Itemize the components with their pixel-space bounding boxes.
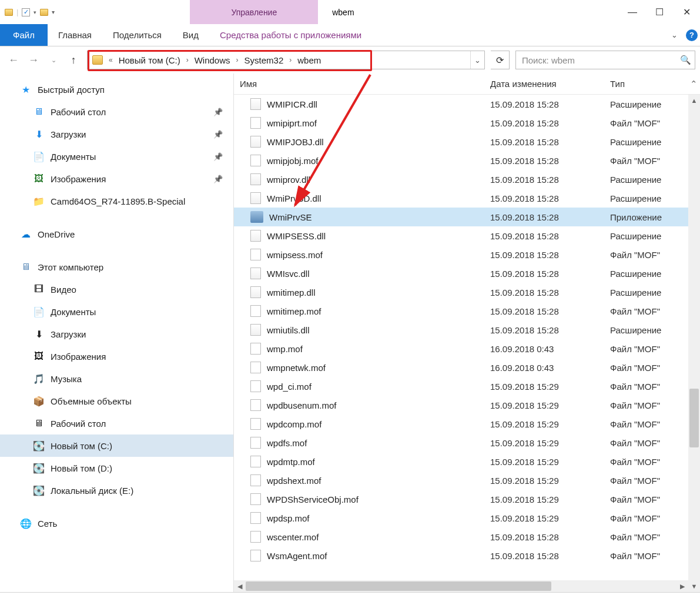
file-row[interactable]: wmiutils.dll 15.09.2018 15:28 Расширение bbox=[234, 320, 700, 339]
column-date[interactable]: Дата изменения bbox=[490, 79, 610, 89]
scroll-up-button[interactable]: ▲ bbox=[688, 95, 700, 106]
sidebar-pc-item[interactable]: 🎵 Музыка bbox=[0, 367, 233, 390]
scroll-track[interactable] bbox=[688, 106, 700, 580]
sidebar-quick-item[interactable]: 📄 Документы bbox=[0, 145, 233, 168]
tab-view[interactable]: Вид bbox=[172, 24, 209, 46]
file-row[interactable]: wmitimep.mof 15.09.2018 15:28 Файл "MOF" bbox=[234, 302, 700, 320]
column-type[interactable]: Тип bbox=[610, 79, 687, 89]
file-row[interactable]: WsmAgent.mof 15.09.2018 15:28 Файл "MOF" bbox=[234, 546, 700, 565]
file-date: 15.09.2018 15:28 bbox=[490, 231, 610, 241]
file-row[interactable]: wpdmtp.mof 15.09.2018 15:29 Файл "MOF" bbox=[234, 452, 700, 471]
column-name[interactable]: Имя bbox=[234, 79, 490, 89]
recent-dropdown-icon[interactable]: ⌄ bbox=[45, 51, 62, 69]
file-date: 15.09.2018 15:28 bbox=[490, 137, 610, 147]
sidebar-onedrive[interactable]: ☁ OneDrive bbox=[0, 223, 233, 245]
qa-overflow-icon[interactable]: ▾ bbox=[52, 9, 55, 15]
chevron-right-icon[interactable]: › bbox=[287, 56, 294, 64]
scroll-left-button[interactable]: ◀ bbox=[234, 580, 246, 592]
scroll-down-button[interactable]: ▼ bbox=[688, 580, 700, 592]
file-row[interactable]: wpdfs.mof 15.09.2018 15:29 Файл "MOF" bbox=[234, 433, 700, 452]
tab-file[interactable]: Файл bbox=[0, 24, 48, 46]
scroll-right-button[interactable]: ▶ bbox=[676, 580, 688, 592]
tab-app-tools[interactable]: Средства работы с приложениями bbox=[209, 24, 372, 46]
forward-button[interactable]: → bbox=[25, 51, 42, 69]
file-row[interactable]: wmipiprt.mof 15.09.2018 15:28 Файл "MOF" bbox=[234, 113, 700, 132]
sidebar-item-icon: 📄 bbox=[33, 306, 45, 317]
sidebar-pc-item[interactable]: 🖥 Рабочий стол bbox=[0, 412, 233, 434]
file-row[interactable]: wmipjobj.mof 15.09.2018 15:28 Файл "MOF" bbox=[234, 151, 700, 170]
search-box[interactable]: 🔍 bbox=[515, 51, 695, 69]
sidebar-pc-item[interactable]: 💽 Локальный диск (E:) bbox=[0, 479, 233, 502]
sidebar-label: OneDrive bbox=[38, 229, 75, 239]
sidebar-quick-item[interactable]: 🖼 Изображения bbox=[0, 168, 233, 190]
qa-checkbox-icon[interactable]: ✓ bbox=[22, 8, 30, 16]
chevron-left-icon[interactable]: « bbox=[106, 56, 115, 64]
help-button[interactable]: ? bbox=[684, 24, 700, 46]
file-name-cell: WPDShServiceObj.mof bbox=[234, 493, 490, 505]
file-row[interactable]: WmiPrvSE 15.09.2018 15:28 Приложение bbox=[234, 208, 700, 226]
file-icon bbox=[250, 437, 261, 449]
file-row[interactable]: WMIPJOBJ.dll 15.09.2018 15:28 Расширение bbox=[234, 132, 700, 151]
breadcrumb-seg-0[interactable]: Новый том (C:) bbox=[115, 51, 184, 69]
hscroll-track[interactable] bbox=[246, 580, 676, 592]
file-row[interactable]: WMIPICR.dll 15.09.2018 15:28 Расширение bbox=[234, 95, 700, 113]
sidebar-pc-item[interactable]: 📄 Документы bbox=[0, 300, 233, 323]
sidebar-pc-item[interactable]: ⬇ Загрузки bbox=[0, 323, 233, 345]
file-row[interactable]: wpdbusenum.mof 15.09.2018 15:29 Файл "MO… bbox=[234, 396, 700, 415]
minimize-button[interactable]: — bbox=[619, 0, 646, 24]
maximize-button[interactable]: ☐ bbox=[646, 0, 673, 24]
sidebar-quick-item[interactable]: ⬇ Загрузки bbox=[0, 123, 233, 145]
file-row[interactable]: wmpnetwk.mof 16.09.2018 0:43 Файл "MOF" bbox=[234, 358, 700, 377]
sidebar-network[interactable]: 🌐 Сеть bbox=[0, 512, 233, 534]
chevron-right-icon[interactable]: › bbox=[184, 56, 191, 64]
scroll-up-icon[interactable]: ⌃ bbox=[687, 79, 700, 89]
file-row[interactable]: WPDShServiceObj.mof 15.09.2018 15:29 Фай… bbox=[234, 490, 700, 509]
file-row[interactable]: wpd_ci.mof 15.09.2018 15:29 Файл "MOF" bbox=[234, 377, 700, 396]
search-icon[interactable]: 🔍 bbox=[676, 55, 695, 65]
back-button[interactable]: ← bbox=[5, 51, 22, 69]
file-row[interactable]: wpdsp.mof 15.09.2018 15:29 Файл "MOF" bbox=[234, 509, 700, 527]
sidebar-quick-item[interactable]: 📁 Camd64OS_R74-11895.B-Special bbox=[0, 190, 233, 212]
ribbon-collapse-icon[interactable]: ⌄ bbox=[665, 24, 684, 46]
file-row[interactable]: wscenter.mof 15.09.2018 15:28 Файл "MOF" bbox=[234, 527, 700, 546]
file-row[interactable]: wmp.mof 16.09.2018 0:43 Файл "MOF" bbox=[234, 339, 700, 358]
quick-access-toolbar: | ✓ ▾ ▾ bbox=[0, 0, 55, 24]
sidebar-pc-item[interactable]: 💽 Новый том (D:) bbox=[0, 457, 233, 479]
hscroll-thumb[interactable] bbox=[246, 581, 551, 591]
sidebar-quick-access[interactable]: ★ Быстрый доступ bbox=[0, 78, 233, 101]
sidebar-pc-item[interactable]: 🖼 Изображения bbox=[0, 345, 233, 367]
scroll-thumb[interactable] bbox=[689, 389, 699, 447]
address-dropdown-icon[interactable]: ⌄ bbox=[470, 51, 484, 69]
file-date: 15.09.2018 15:29 bbox=[490, 382, 610, 392]
file-row[interactable]: WMIsvc.dll 15.09.2018 15:28 Расширение bbox=[234, 264, 700, 283]
file-row[interactable]: wpdshext.mof 15.09.2018 15:29 Файл "MOF" bbox=[234, 471, 700, 490]
file-date: 15.09.2018 15:29 bbox=[490, 419, 610, 429]
up-button[interactable]: ↑ bbox=[65, 51, 82, 69]
file-row[interactable]: WmiPrvSD.dll 15.09.2018 15:28 Расширение bbox=[234, 189, 700, 208]
sidebar-pc-item[interactable]: 💽 Новый том (C:) bbox=[0, 434, 233, 457]
sidebar-pc-item[interactable]: 📦 Объемные объекты bbox=[0, 390, 233, 412]
qa-dropdown-icon[interactable]: ▾ bbox=[34, 9, 36, 15]
search-input[interactable] bbox=[516, 55, 676, 65]
breadcrumb-seg-1[interactable]: Windows bbox=[191, 51, 234, 69]
file-row[interactable]: wmipsess.mof 15.09.2018 15:28 Файл "MOF" bbox=[234, 245, 700, 264]
sidebar-pc-item[interactable]: 🎞 Видео bbox=[0, 278, 233, 300]
tab-share[interactable]: Поделиться bbox=[102, 24, 172, 46]
breadcrumb-seg-3[interactable]: wbem bbox=[294, 51, 324, 69]
tab-home[interactable]: Главная bbox=[48, 24, 102, 46]
vertical-scrollbar[interactable]: ▲ ▼ bbox=[688, 95, 700, 592]
file-row[interactable]: wpdcomp.mof 15.09.2018 15:29 Файл "MOF" bbox=[234, 415, 700, 433]
file-row[interactable]: WMIPSESS.dll 15.09.2018 15:28 Расширение bbox=[234, 226, 700, 245]
chevron-right-icon[interactable]: › bbox=[234, 56, 241, 64]
file-name: wmipsess.mof bbox=[267, 250, 323, 260]
breadcrumb-seg-2[interactable]: System32 bbox=[241, 51, 287, 69]
address-bar[interactable]: « Новый том (C:) › Windows › System32 › … bbox=[87, 51, 485, 69]
file-name-cell: WMIPJOBJ.dll bbox=[234, 136, 490, 148]
file-row[interactable]: wmitimep.dll 15.09.2018 15:28 Расширение bbox=[234, 283, 700, 302]
sidebar-this-pc[interactable]: 🖥 Этот компьютер bbox=[0, 256, 233, 278]
sidebar-quick-item[interactable]: 🖥 Рабочий стол bbox=[0, 101, 233, 123]
close-button[interactable]: ✕ bbox=[673, 0, 700, 24]
refresh-button[interactable]: ⟳ bbox=[491, 51, 510, 69]
file-row[interactable]: wmiprov.dll 15.09.2018 15:28 Расширение bbox=[234, 170, 700, 189]
horizontal-scrollbar[interactable]: ◀ ▶ bbox=[234, 580, 688, 592]
